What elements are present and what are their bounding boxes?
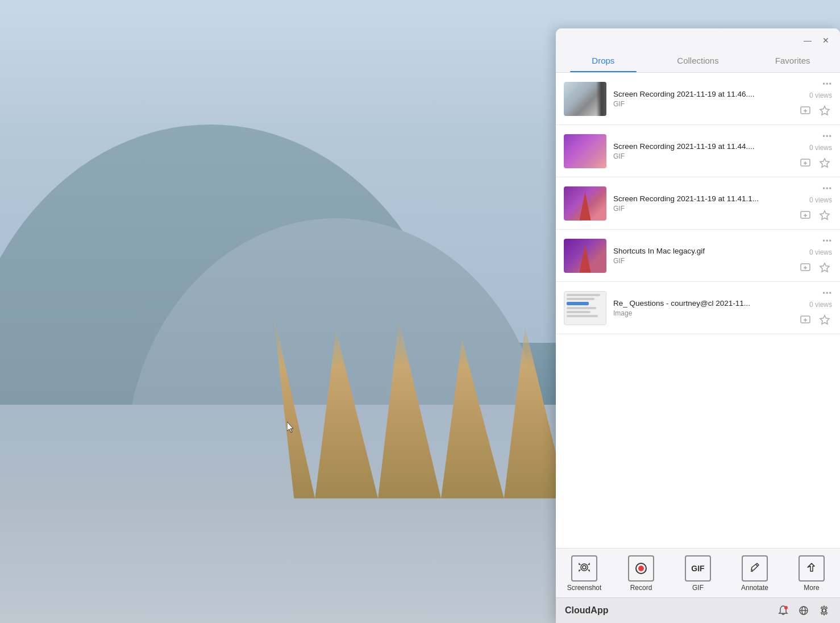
svg-marker-16 <box>820 263 829 272</box>
tree-decoration <box>580 244 591 273</box>
annotate-tool[interactable]: Annotate <box>726 553 783 594</box>
title-bar: — ✕ <box>556 28 840 50</box>
drop-thumbnail <box>564 134 606 168</box>
drop-info: Screen Recording 2021-11-19 at 11.41.1..… <box>613 194 792 213</box>
notifications-bell-icon[interactable] <box>776 604 790 617</box>
thumbnail-image <box>564 291 606 325</box>
drop-title: Re_ Questions - courtney@cl 2021-11... <box>613 299 792 308</box>
drops-list: Screen Recording 2021-11-19 at 11.46....… <box>556 73 840 548</box>
drop-type: GIF <box>613 100 792 108</box>
screenshot-tool[interactable]: Screenshot <box>556 553 613 594</box>
thumbnail-gif2 <box>564 134 606 168</box>
add-to-collection-button[interactable] <box>798 207 813 222</box>
drop-icon-buttons <box>798 312 832 327</box>
drop-actions: ••• 0 views <box>792 289 832 327</box>
drop-thumbnail <box>564 82 606 116</box>
drop-menu-button[interactable]: ••• <box>822 80 832 88</box>
drop-type: Image <box>613 309 792 317</box>
add-to-collection-button[interactable] <box>798 260 813 275</box>
settings-gear-icon[interactable] <box>817 604 831 617</box>
drop-item[interactable]: Screen Recording 2021-11-19 at 11.41.1..… <box>556 177 840 230</box>
add-to-collection-button[interactable] <box>798 312 813 327</box>
svg-marker-4 <box>820 106 829 115</box>
tab-bar: Drops Collections Favorites <box>556 50 840 73</box>
drop-info: Shortcuts In Mac legacy.gif GIF <box>613 247 792 265</box>
favorite-button[interactable] <box>817 155 832 170</box>
close-button[interactable]: ✕ <box>820 34 832 47</box>
drop-icon-buttons <box>798 260 832 275</box>
thumbnail-gif1 <box>564 82 606 116</box>
drop-views: 0 views <box>809 92 832 99</box>
drop-title: Screen Recording 2021-11-19 at 11.46.... <box>613 90 792 98</box>
drop-actions: ••• 0 views <box>792 80 832 118</box>
drop-item[interactable]: Screen Recording 2021-11-19 at 11.46....… <box>556 73 840 125</box>
annotate-icon <box>749 562 760 576</box>
drop-item[interactable]: Shortcuts In Mac legacy.gif GIF ••• 0 vi… <box>556 230 840 282</box>
svg-point-22 <box>581 564 588 571</box>
tab-drops[interactable]: Drops <box>556 50 651 72</box>
annotate-icon-wrap <box>742 555 768 582</box>
image-preview-lines <box>564 292 606 319</box>
screenshot-icon <box>578 561 591 576</box>
svg-marker-20 <box>820 315 829 324</box>
drop-icon-buttons <box>798 103 832 118</box>
screenshot-icon-wrap <box>571 555 597 582</box>
drop-type: GIF <box>613 257 792 265</box>
record-icon-wrap <box>628 555 654 582</box>
favorite-button[interactable] <box>817 103 832 118</box>
more-tool[interactable]: More <box>783 553 840 594</box>
more-label: More <box>804 584 819 592</box>
drop-thumbnail <box>564 186 606 221</box>
drop-menu-button[interactable]: ••• <box>822 289 832 297</box>
record-tool[interactable]: Record <box>613 553 669 594</box>
app-name-label: CloudApp <box>565 605 608 616</box>
favorite-button[interactable] <box>817 260 832 275</box>
add-to-collection-button[interactable] <box>798 103 813 118</box>
drop-actions: ••• 0 views <box>792 132 832 170</box>
drop-title: Screen Recording 2021-11-19 at 11.44.... <box>613 142 792 151</box>
favorite-button[interactable] <box>817 207 832 222</box>
toolbar: Screenshot Record GIF GIF Annotate <box>556 548 840 597</box>
bottom-icon-group <box>776 604 831 617</box>
svg-point-25 <box>784 606 788 609</box>
globe-icon[interactable] <box>797 604 810 617</box>
svg-line-23 <box>756 564 758 566</box>
thumbnail-gif4 <box>564 239 606 273</box>
add-to-collection-button[interactable] <box>798 155 813 170</box>
record-icon <box>635 563 647 574</box>
drop-menu-button[interactable]: ••• <box>822 132 832 140</box>
drop-info: Screen Recording 2021-11-19 at 11.44....… <box>613 142 792 160</box>
drop-icon-buttons <box>798 207 832 222</box>
svg-point-21 <box>583 566 586 569</box>
tab-collections[interactable]: Collections <box>651 50 746 72</box>
drop-views: 0 views <box>809 248 832 256</box>
more-icon-wrap <box>799 555 825 582</box>
drop-type: GIF <box>613 152 792 160</box>
drop-actions: ••• 0 views <box>792 236 832 275</box>
drop-views: 0 views <box>809 196 832 204</box>
drop-info: Re_ Questions - courtney@cl 2021-11... I… <box>613 299 792 317</box>
drop-title: Screen Recording 2021-11-19 at 11.41.1..… <box>613 194 792 203</box>
drop-icon-buttons <box>798 155 832 170</box>
svg-marker-8 <box>820 159 829 167</box>
drop-views: 0 views <box>809 301 832 309</box>
cloudapp-panel: — ✕ Drops Collections Favorites Screen R… <box>556 28 840 623</box>
gif-icon-wrap: GIF <box>685 555 711 582</box>
record-label: Record <box>630 584 652 592</box>
drop-item[interactable]: Re_ Questions - courtney@cl 2021-11... I… <box>556 282 840 334</box>
drop-thumbnail <box>564 291 606 325</box>
svg-marker-12 <box>820 211 829 219</box>
drop-title: Shortcuts In Mac legacy.gif <box>613 247 792 255</box>
favorite-button[interactable] <box>817 312 832 327</box>
gif-tool[interactable]: GIF GIF <box>669 553 726 594</box>
drop-menu-button[interactable]: ••• <box>822 184 832 193</box>
minimize-button[interactable]: — <box>801 34 814 47</box>
bottom-bar: CloudApp <box>556 597 840 623</box>
drop-item[interactable]: Screen Recording 2021-11-19 at 11.44....… <box>556 125 840 177</box>
drop-info: Screen Recording 2021-11-19 at 11.46....… <box>613 90 792 108</box>
tab-favorites[interactable]: Favorites <box>745 50 840 72</box>
drop-menu-button[interactable]: ••• <box>822 236 832 245</box>
drop-type: GIF <box>613 205 792 213</box>
drop-views: 0 views <box>809 144 832 152</box>
drop-actions: ••• 0 views <box>792 184 832 222</box>
